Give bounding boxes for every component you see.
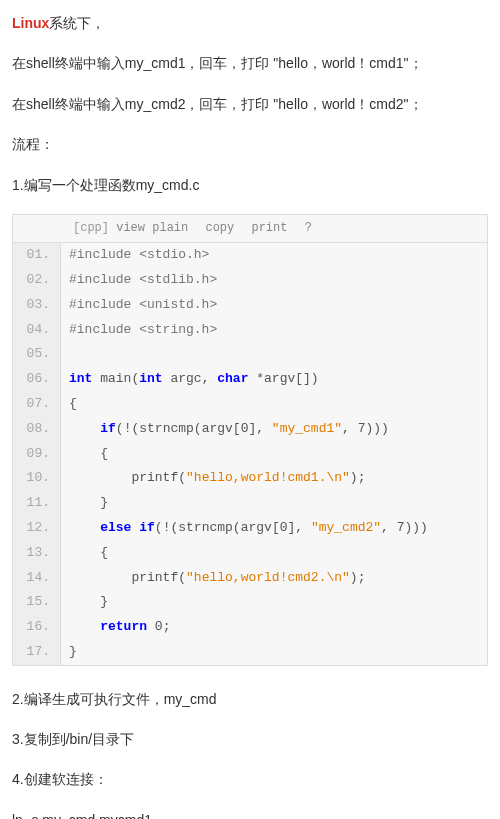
code-row: 01.#include <stdio.h>	[13, 243, 487, 268]
toolbar-view-plain[interactable]: view plain	[116, 221, 188, 235]
line-content: {	[61, 442, 487, 467]
code-row: 02.#include <stdlib.h>	[13, 268, 487, 293]
toolbar-copy[interactable]: copy	[205, 221, 234, 235]
line-number: 17.	[13, 640, 61, 665]
line-number: 12.	[13, 516, 61, 541]
line-content: }	[61, 491, 487, 516]
code-row: 14. printf("hello,world!cmd2.\n");	[13, 566, 487, 591]
step-5: ln -s my_cmd mycmd1	[12, 809, 488, 819]
line-content: }	[61, 640, 487, 665]
line-number: 02.	[13, 268, 61, 293]
code-row: 13. {	[13, 541, 487, 566]
code-row: 16. return 0;	[13, 615, 487, 640]
code-block: [cpp] view plain copy print ? 01.#includ…	[12, 214, 488, 666]
toolbar-print[interactable]: print	[251, 221, 287, 235]
line-number: 05.	[13, 342, 61, 367]
line-number: 07.	[13, 392, 61, 417]
code-toolbar: [cpp] view plain copy print ?	[13, 215, 487, 243]
toolbar-lang: [cpp]	[73, 221, 109, 235]
line-content: {	[61, 541, 487, 566]
line-content: #include <unistd.h>	[61, 293, 487, 318]
line-number: 13.	[13, 541, 61, 566]
line-content: printf("hello,world!cmd2.\n");	[61, 566, 487, 591]
code-row: 04.#include <string.h>	[13, 318, 487, 343]
step-3: 3.复制到/bin/目录下	[12, 728, 488, 750]
code-row: 11. }	[13, 491, 487, 516]
code-row: 17.}	[13, 640, 487, 665]
code-lines: 01.#include <stdio.h>02.#include <stdlib…	[13, 243, 487, 665]
line-number: 06.	[13, 367, 61, 392]
line-content: #include <string.h>	[61, 318, 487, 343]
line-content: if(!(strncmp(argv[0], "my_cmd1", 7)))	[61, 417, 487, 442]
code-row: 03.#include <unistd.h>	[13, 293, 487, 318]
line-content: }	[61, 590, 487, 615]
code-row: 08. if(!(strncmp(argv[0], "my_cmd1", 7))…	[13, 417, 487, 442]
line-content: #include <stdlib.h>	[61, 268, 487, 293]
code-row: 09. {	[13, 442, 487, 467]
line-number: 14.	[13, 566, 61, 591]
line-number: 08.	[13, 417, 61, 442]
intro-line-5: 1.编写一个处理函数my_cmd.c	[12, 174, 488, 196]
step-2: 2.编译生成可执行文件，my_cmd	[12, 688, 488, 710]
line-content: int main(int argc, char *argv[])	[61, 367, 487, 392]
code-row: 10. printf("hello,world!cmd1.\n");	[13, 466, 487, 491]
code-row: 05.	[13, 342, 487, 367]
line-number: 10.	[13, 466, 61, 491]
line-number: 01.	[13, 243, 61, 268]
line-content: return 0;	[61, 615, 487, 640]
step-4: 4.创建软连接：	[12, 768, 488, 790]
code-row: 06.int main(int argc, char *argv[])	[13, 367, 487, 392]
code-row: 07.{	[13, 392, 487, 417]
line-number: 03.	[13, 293, 61, 318]
line-number: 09.	[13, 442, 61, 467]
line-content	[61, 342, 487, 367]
line-content: #include <stdio.h>	[61, 243, 487, 268]
line-content: printf("hello,world!cmd1.\n");	[61, 466, 487, 491]
linux-label: Linux	[12, 15, 49, 31]
intro-line-1: Linux系统下，	[12, 12, 488, 34]
line-number: 16.	[13, 615, 61, 640]
code-row: 15. }	[13, 590, 487, 615]
line-number: 04.	[13, 318, 61, 343]
intro-line-1-suffix: 系统下，	[49, 15, 105, 31]
intro-line-3: 在shell终端中输入my_cmd2，回车，打印 "hello，world！cm…	[12, 93, 488, 115]
line-number: 11.	[13, 491, 61, 516]
intro-line-2: 在shell终端中输入my_cmd1，回车，打印 "hello，world！cm…	[12, 52, 488, 74]
toolbar-help[interactable]: ?	[305, 221, 312, 235]
code-row: 12. else if(!(strncmp(argv[0], "my_cmd2"…	[13, 516, 487, 541]
intro-line-4: 流程：	[12, 133, 488, 155]
line-number: 15.	[13, 590, 61, 615]
line-content: {	[61, 392, 487, 417]
line-content: else if(!(strncmp(argv[0], "my_cmd2", 7)…	[61, 516, 487, 541]
